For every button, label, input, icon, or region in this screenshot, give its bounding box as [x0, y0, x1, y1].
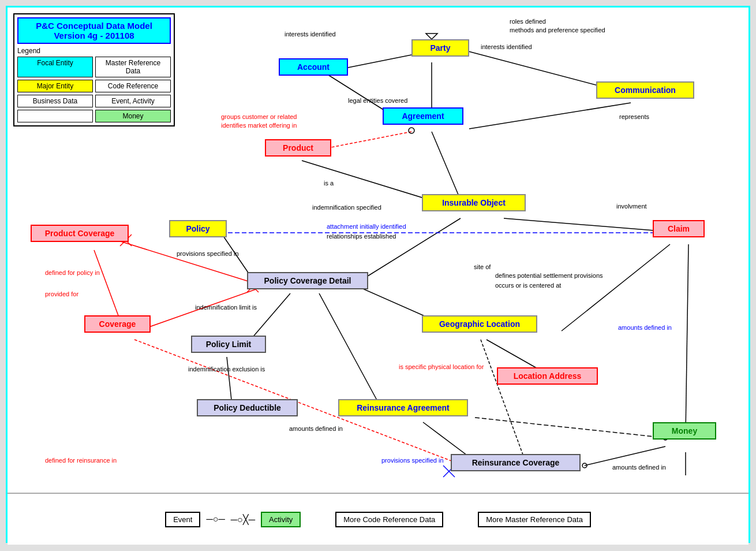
product-entity: Product	[265, 139, 331, 157]
label-defined-reinsurance: defined for reinsurance in	[45, 457, 117, 464]
label-provisions-reinsurance: provisions specified in	[381, 457, 444, 464]
policy-limit-entity: Policy Limit	[191, 336, 266, 353]
svg-line-13	[111, 239, 256, 284]
label-provided-for: provided for	[45, 291, 78, 297]
footer-event: Event	[165, 512, 200, 527]
svg-line-23	[475, 418, 665, 438]
footer-activity: Activity	[261, 512, 301, 527]
agreement-entity: Agreement	[383, 107, 463, 125]
legend-grid: Focal Entity Master Reference Data Major…	[17, 57, 171, 122]
insurable-object-entity: Insurable Object	[422, 194, 526, 211]
label-occurs-centered: occurs or is centered at	[495, 282, 561, 289]
label-defined-policy: defined for policy in	[45, 269, 100, 276]
policy-coverage-detail-entity: Policy Coverage Detail	[247, 272, 368, 289]
label-indemnification-specified: indemnification specified	[312, 204, 381, 211]
label-indemnification-exclusion: indemnification exclusion is	[188, 366, 265, 373]
label-amounts-defined-reinscov: amounts defined in	[612, 464, 666, 471]
footer-area: Event ─○─ ─○╳─ Activity More Code Refere…	[8, 493, 748, 545]
legend-money: Money	[95, 110, 171, 122]
footer-more-master: More Master Reference Data	[478, 512, 591, 527]
label-interests-identified-2: interests identified	[481, 43, 532, 50]
label-legal-entities: legal entities covered	[348, 97, 407, 104]
label-groups-customer: groups customer or related	[221, 113, 297, 120]
label-interests-identified-1: interests identified	[285, 31, 336, 38]
svg-line-21	[686, 244, 688, 434]
legend-focal-entity: Focal Entity	[17, 57, 93, 77]
svg-line-17	[319, 293, 383, 411]
legend-empty	[17, 110, 93, 122]
coverage-entity: Coverage	[84, 315, 151, 333]
reinsurance-agreement-entity: Reinsurance Agreement	[338, 399, 468, 416]
label-roles-defined: roles defined	[510, 18, 546, 25]
legend-major-entity: Major Entity	[17, 80, 93, 92]
diagram-area: P&C Conceptual Data ModelVersion 4g - 20…	[8, 8, 748, 493]
svg-line-11	[504, 218, 668, 232]
label-is-a: is a	[324, 180, 334, 187]
label-amounts-defined-reins: amounts defined in	[289, 425, 343, 432]
label-identifies-market: identifies market offering in	[221, 122, 297, 129]
claim-entity: Claim	[653, 220, 705, 237]
label-defines-settlement: defines potential settlement provisions	[495, 272, 603, 279]
label-methods-preference: methods and preference specified	[510, 27, 605, 33]
svg-line-4	[469, 103, 631, 129]
legend-title: P&C Conceptual Data ModelVersion 4g - 20…	[17, 17, 171, 44]
policy-entity: Policy	[169, 220, 227, 237]
svg-marker-28	[426, 33, 437, 39]
label-represents: represents	[619, 113, 649, 120]
svg-line-25	[585, 446, 665, 466]
party-entity: Party	[411, 39, 469, 57]
communication-entity: Communication	[596, 81, 694, 99]
label-relationships: relationships established	[327, 233, 396, 240]
svg-point-35	[582, 463, 587, 468]
label-involvment: involvment	[616, 203, 647, 210]
legend-business-data: Business Data	[17, 95, 93, 107]
svg-line-20	[481, 340, 527, 466]
footer-connector-2: ─○╳─	[231, 514, 255, 525]
label-provisions-policy: provisions specified in	[177, 250, 239, 257]
footer-more-code: More Code Reference Data	[335, 512, 443, 527]
legend-subtitle: Legend	[17, 47, 171, 55]
svg-line-22	[562, 244, 670, 331]
legend-code-ref: Code Reference	[95, 80, 171, 92]
legend-master-ref: Master Reference Data	[95, 57, 171, 77]
label-amounts-defined-claim: amounts defined in	[618, 324, 672, 331]
footer-connector-1: ─○─	[206, 514, 224, 524]
money-entity: Money	[653, 422, 716, 440]
location-address-entity: Location Address	[497, 367, 598, 385]
legend: P&C Conceptual Data ModelVersion 4g - 20…	[13, 13, 175, 126]
label-indemnification-limit: indemnification limit is	[195, 304, 257, 311]
policy-deductible-entity: Policy Deductible	[197, 399, 298, 416]
reinsurance-coverage-entity: Reinsurance Coverage	[451, 454, 581, 471]
account-entity: Account	[279, 58, 348, 76]
product-coverage-entity: Product Coverage	[31, 225, 129, 242]
svg-point-29	[409, 128, 414, 133]
geographic-location-entity: Geographic Location	[422, 315, 537, 333]
label-attachment: attachment initially identified	[327, 223, 406, 230]
main-container: P&C Conceptual Data ModelVersion 4g - 20…	[6, 6, 750, 543]
label-specific-physical: is specific physical location for	[399, 363, 484, 370]
legend-event-activity: Event, Activity	[95, 95, 171, 107]
label-site-of: site of	[474, 263, 491, 270]
